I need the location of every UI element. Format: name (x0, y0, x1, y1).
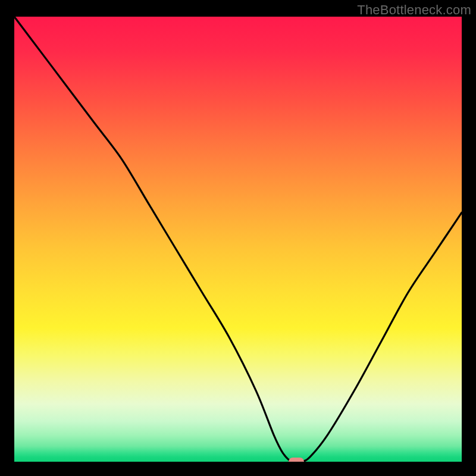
optimal-marker (289, 458, 304, 462)
watermark-text: TheBottleneck.com (357, 2, 471, 18)
chart-frame: TheBottleneck.com (0, 0, 476, 476)
plot-area (14, 17, 462, 462)
bottleneck-curve (14, 17, 462, 462)
